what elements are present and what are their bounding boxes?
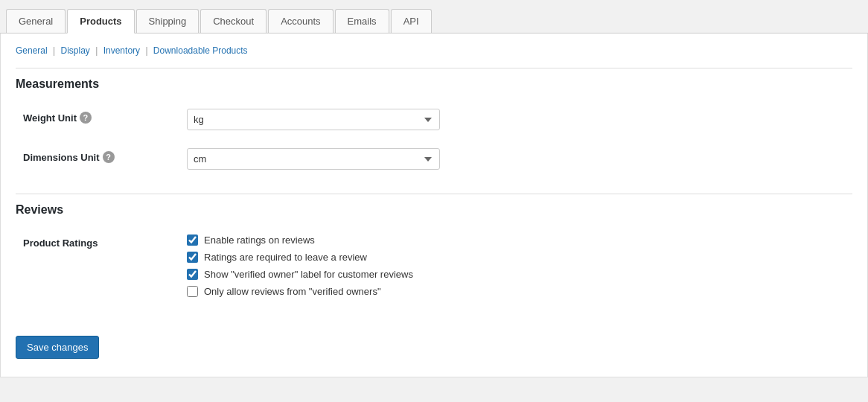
weight-unit-help-icon[interactable]: ? (80, 112, 92, 124)
required-ratings-label[interactable]: Ratings are required to leave a review (204, 252, 367, 263)
tab-checkout[interactable]: Checkout (200, 9, 267, 33)
breadcrumb-downloadable[interactable]: Downloadable Products (153, 45, 248, 56)
breadcrumb-sep-1: | (53, 45, 55, 56)
weight-unit-field: kg g lbs oz (187, 109, 845, 130)
tab-accounts[interactable]: Accounts (268, 9, 333, 33)
only-verified-checkbox[interactable] (187, 286, 198, 297)
tab-api[interactable]: API (391, 9, 432, 33)
enable-ratings-checkbox[interactable] (187, 234, 198, 246)
reviews-heading: Reviews (16, 194, 852, 217)
dimensions-unit-label: Dimensions Unit (23, 152, 100, 163)
tab-general[interactable]: General (6, 9, 66, 33)
breadcrumb-display[interactable]: Display (61, 45, 90, 56)
dimensions-unit-field: cm m mm in yd (187, 148, 845, 170)
tabs-bar: General Products Shipping Checkout Accou… (0, 0, 868, 34)
tab-emails[interactable]: Emails (335, 9, 389, 33)
verified-owner-label-checkbox[interactable] (187, 269, 198, 280)
breadcrumb-general[interactable]: General (16, 45, 48, 56)
required-ratings-checkbox[interactable] (187, 252, 198, 263)
product-ratings-label: Product Ratings (23, 237, 98, 249)
breadcrumb: General | Display | Inventory | Download… (16, 45, 852, 56)
tab-products[interactable]: Products (67, 9, 134, 34)
checkbox-row-only-verified: Only allow reviews from "verified owners… (187, 286, 845, 297)
reviews-table: Product Ratings Enable ratings on review… (16, 226, 852, 312)
checkbox-row-enable-ratings: Enable ratings on reviews (187, 234, 845, 246)
tab-shipping[interactable]: Shipping (136, 9, 200, 33)
only-verified-label[interactable]: Only allow reviews from "verified owners… (204, 286, 381, 297)
breadcrumb-sep-2: | (95, 45, 98, 56)
breadcrumb-sep-3: | (145, 45, 147, 56)
checkbox-row-required-ratings: Ratings are required to leave a review (187, 252, 845, 263)
weight-unit-row: Weight Unit ? kg g lbs oz (16, 100, 852, 139)
verified-owner-label-text[interactable]: Show "verified owner" label for customer… (204, 269, 413, 280)
breadcrumb-inventory[interactable]: Inventory (103, 45, 140, 56)
measurements-heading: Measurements (16, 68, 852, 91)
weight-unit-select[interactable]: kg g lbs oz (187, 109, 440, 130)
weight-unit-label: Weight Unit (23, 112, 77, 124)
measurements-table: Weight Unit ? kg g lbs oz (16, 100, 852, 179)
dimensions-unit-help-icon[interactable]: ? (103, 151, 115, 163)
checkbox-row-verified-owner-label: Show "verified owner" label for customer… (187, 269, 845, 280)
dimensions-unit-select[interactable]: cm m mm in yd (187, 148, 440, 170)
save-changes-button[interactable]: Save changes (16, 336, 99, 359)
dimensions-unit-row: Dimensions Unit ? cm m mm in yd (16, 139, 852, 179)
product-ratings-row: Product Ratings Enable ratings on review… (16, 226, 852, 312)
content-area: General | Display | Inventory | Download… (0, 34, 868, 377)
enable-ratings-label[interactable]: Enable ratings on reviews (204, 234, 315, 246)
